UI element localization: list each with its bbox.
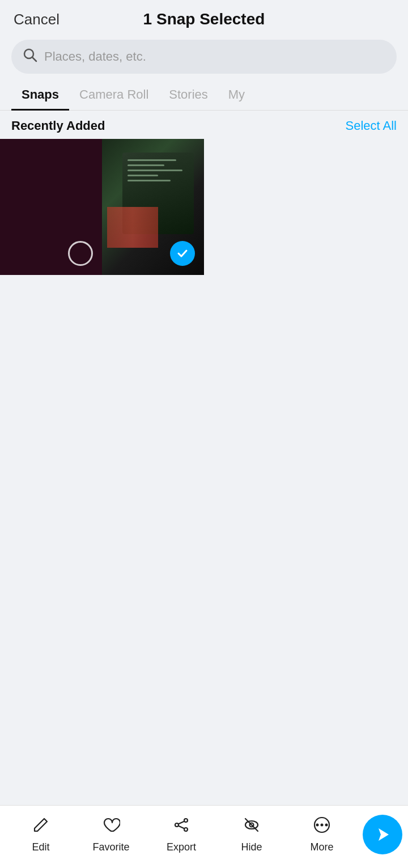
grid-item-2[interactable] [102,139,204,275]
hide-icon [243,816,261,838]
favorite-tool[interactable]: Favorite [76,816,146,853]
send-button[interactable] [363,815,402,854]
svg-line-1 [32,57,36,61]
svg-point-10 [316,824,319,827]
laptop-line-1 [128,159,176,161]
tab-camera-roll[interactable]: Camera Roll [69,82,159,110]
svg-point-4 [175,823,178,827]
search-icon [23,48,37,66]
check-circle-2 [170,241,195,266]
bottom-toolbar: Edit Favorite Export [0,805,408,868]
hide-label: Hide [241,841,262,853]
laptop-lines [128,159,189,181]
search-bar[interactable]: Places, dates, etc. [11,40,397,74]
svg-point-11 [321,824,324,827]
more-label: More [310,841,333,853]
edit-tool[interactable]: Edit [6,816,76,853]
page-title: 1 Snap Selected [143,10,265,28]
edit-label: Edit [32,841,49,853]
laptop-line-5 [128,180,171,181]
more-tool[interactable]: More [287,816,357,853]
edit-icon [32,816,50,838]
hide-tool[interactable]: Hide [216,816,287,853]
tab-my[interactable]: My [218,82,255,110]
export-tool[interactable]: Export [146,816,216,853]
svg-line-5 [178,822,185,824]
svg-line-6 [178,826,185,829]
export-icon [172,816,190,838]
favorite-label: Favorite [92,841,129,853]
svg-point-12 [325,824,328,827]
header: Cancel 1 Snap Selected [0,0,408,34]
tab-snaps[interactable]: Snaps [11,82,69,111]
more-icon [313,816,331,838]
search-input[interactable]: Places, dates, etc. [44,49,385,64]
media-grid [0,139,408,275]
grid-item-1[interactable] [0,139,102,275]
search-container: Places, dates, etc. [0,34,408,82]
laptop-line-2 [128,164,164,166]
svg-point-3 [184,828,188,831]
select-all-button[interactable]: Select All [346,118,397,133]
tabs-bar: Snaps Camera Roll Stories My [0,82,408,111]
cancel-button[interactable]: Cancel [14,11,60,28]
uncheck-circle-1 [68,241,93,266]
section-header: Recently Added Select All [0,111,408,139]
export-label: Export [167,841,196,853]
laptop-line-4 [128,175,158,176]
section-label: Recently Added [11,118,105,133]
favorite-icon [102,816,120,838]
svg-point-2 [184,819,188,822]
svg-marker-14 [379,828,389,841]
tab-stories[interactable]: Stories [159,82,218,110]
laptop-line-3 [128,170,182,171]
